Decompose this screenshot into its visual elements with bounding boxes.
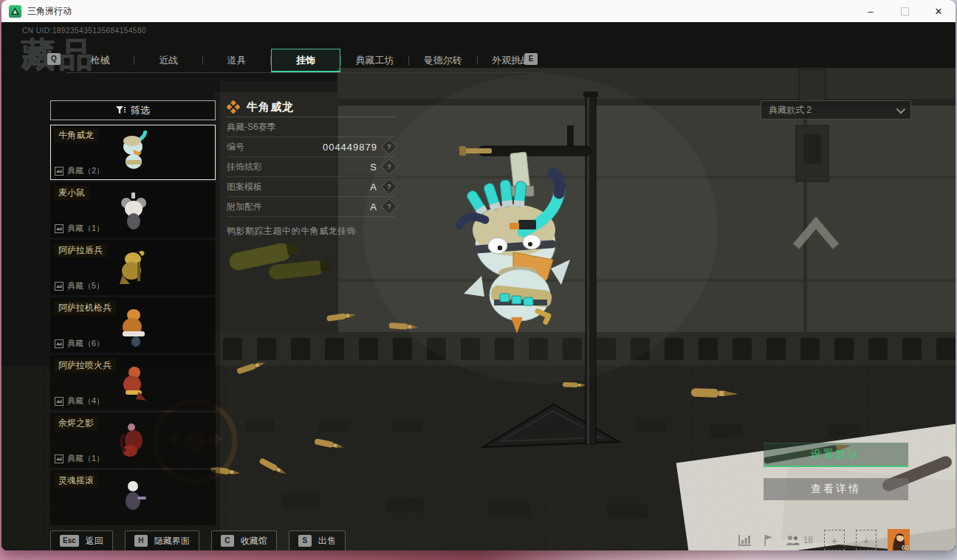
charm-detail-panel: 牛角威龙 典藏-S6赛季 编号 004449879 ? 挂饰炫彩 S ? 图案模…: [227, 97, 395, 238]
friends-online[interactable]: 18: [786, 535, 813, 546]
style-dropdown-value: 典藏款式 2: [769, 104, 812, 117]
tab-mandel-brick[interactable]: 曼德尔砖: [409, 49, 476, 72]
row-value: A: [370, 182, 377, 193]
stats-icon[interactable]: [738, 534, 752, 546]
s-keycap: S: [298, 535, 312, 547]
row-label: 图案模板: [227, 181, 262, 193]
tab-collection-workshop[interactable]: 典藏工坊: [341, 49, 408, 72]
player-avatar[interactable]: 60: [888, 529, 910, 550]
hint-label: 收藏馆: [241, 535, 267, 547]
filter-button[interactable]: 筛选: [50, 100, 216, 120]
collection-badge-icon: [55, 397, 64, 406]
row-label: 挂饰炫彩: [227, 161, 262, 173]
collection-badge: 典藏（6）: [55, 338, 104, 349]
tab-weapons[interactable]: 枪械: [66, 49, 134, 72]
hint-sell[interactable]: S 出售: [289, 530, 346, 550]
bottom-key-hints: Esc 返回 H 隐藏界面 C 收藏馆 S 出售: [50, 530, 346, 550]
add-slot-button[interactable]: +: [856, 530, 877, 550]
window-titlebar: 三角洲行动 – ✕: [1, 0, 956, 22]
row-label: 附加配件: [227, 201, 262, 213]
set-default-button[interactable]: 设置默认: [764, 443, 908, 467]
game-content: CN UID:189235435135684154580 藏品 Q 枪械 近战 …: [1, 22, 956, 550]
nav-next-keycap[interactable]: E: [524, 53, 538, 65]
tab-melee[interactable]: 近战: [134, 49, 202, 72]
list-item-mai-xiaoshu[interactable]: 麦小鼠 典藏（1）: [50, 182, 216, 238]
row-value: A: [370, 201, 377, 212]
item-thumbnail: [117, 361, 149, 405]
help-icon[interactable]: ?: [381, 139, 398, 156]
row-value: 004449879: [323, 142, 377, 153]
hint-back[interactable]: Esc 返回: [50, 530, 113, 550]
collection-badge: 典藏（1）: [55, 223, 104, 234]
help-icon[interactable]: ?: [381, 159, 398, 176]
view-details-button[interactable]: 查看详情: [764, 478, 908, 500]
list-item-linghun-yaogun[interactable]: 灵魂摇滚: [50, 470, 216, 525]
collection-badge: 典藏（2）: [55, 165, 104, 176]
item-thumbnail: [117, 188, 149, 232]
item-name: 麦小鼠: [54, 186, 89, 200]
collection-badge-icon: [55, 454, 64, 463]
flag-icon[interactable]: [763, 534, 775, 547]
friends-icon: [786, 535, 800, 546]
c-keycap: C: [221, 535, 234, 547]
help-icon[interactable]: ?: [381, 198, 398, 215]
collection-badge: 典藏（1）: [55, 453, 104, 464]
list-item-asala-jiqiangbing[interactable]: 阿萨拉机枪兵 典藏（6）: [50, 297, 216, 353]
detail-row-serial: 编号 004449879 ?: [227, 137, 395, 157]
list-item-asala-penhuobing[interactable]: 阿萨拉喷火兵 典藏（4）: [50, 355, 216, 410]
item-name: 牛角威龙: [54, 128, 98, 142]
hint-label: 出售: [318, 535, 336, 547]
item-name: 灵魂摇滚: [54, 474, 98, 488]
item-thumbnail: [117, 246, 149, 290]
list-item-asala-dunbing[interactable]: 阿萨拉盾兵 典藏（5）: [50, 240, 216, 295]
item-name: 阿萨拉喷火兵: [54, 359, 116, 373]
item-thumbnail: [117, 476, 149, 520]
hint-hide-ui[interactable]: H 隐藏界面: [125, 530, 199, 550]
tab-items[interactable]: 道具: [203, 49, 270, 72]
item-name: 阿萨拉盾兵: [54, 243, 107, 257]
filter-icon: [116, 106, 126, 115]
nav-prev-keycap[interactable]: Q: [47, 53, 61, 65]
charm-rarity-icon: [227, 100, 240, 114]
hint-label: 返回: [86, 535, 103, 547]
social-bar: 18 + + 60: [738, 529, 910, 550]
charm-season: 典藏-S6赛季: [227, 117, 395, 137]
hint-label: 隐藏界面: [154, 535, 190, 547]
chevron-down-icon: [896, 104, 906, 114]
collection-badge: 典藏（4）: [55, 395, 104, 407]
list-item-yujin-zhiying[interactable]: 余烬之影 典藏（1）: [50, 412, 216, 468]
top-nav: Q 枪械 近战 道具 挂饰 典藏工坊 曼德尔砖 外观挑战 E: [1, 49, 956, 74]
item-name: 阿萨拉机枪兵: [54, 301, 116, 315]
collection-badge-icon: [55, 167, 64, 176]
collection-badge-icon: [55, 339, 64, 348]
tab-charms[interactable]: 挂饰: [271, 49, 340, 72]
item-thumbnail: [117, 418, 149, 463]
row-label: 编号: [227, 141, 244, 153]
minimize-button[interactable]: –: [854, 0, 888, 22]
item-name: 余烬之影: [54, 416, 98, 430]
item-thumbnail: [117, 131, 149, 175]
avatar-level: 60: [902, 544, 909, 550]
collection-badge: 典藏（5）: [55, 280, 104, 291]
app-logo-icon: [9, 5, 21, 18]
add-slot-button[interactable]: +: [824, 530, 845, 550]
help-icon[interactable]: ?: [381, 179, 398, 196]
style-dropdown[interactable]: 典藏款式 2: [761, 100, 911, 120]
detail-row-accessory: 附加配件 A ?: [227, 197, 395, 217]
esc-keycap: Esc: [60, 535, 79, 547]
online-count: 18: [803, 535, 813, 545]
game-window: 三角洲行动 – ✕: [1, 0, 956, 550]
filter-label: 筛选: [131, 104, 150, 117]
hint-collection-hall[interactable]: C 收藏馆: [211, 530, 277, 550]
collection-badge-icon: [55, 224, 64, 233]
charm-description: 鸭影鹅踪主题中的牛角威龙挂饰: [227, 225, 395, 238]
maximize-button[interactable]: [888, 0, 922, 22]
collection-badge-icon: [55, 282, 64, 291]
detail-row-pattern: 图案模板 A ?: [227, 177, 395, 197]
item-thumbnail: [117, 303, 149, 348]
list-item-niujiao-weilong[interactable]: 牛角威龙 典藏（2）: [50, 125, 216, 180]
charm-sidebar: 筛选 牛角威龙 典藏（2） 麦小鼠 典藏（1）: [50, 100, 216, 547]
charm-list: 牛角威龙 典藏（2） 麦小鼠 典藏（1） 阿萨拉盾兵: [50, 125, 216, 547]
close-button[interactable]: ✕: [922, 0, 956, 22]
h-keycap: H: [134, 535, 148, 547]
